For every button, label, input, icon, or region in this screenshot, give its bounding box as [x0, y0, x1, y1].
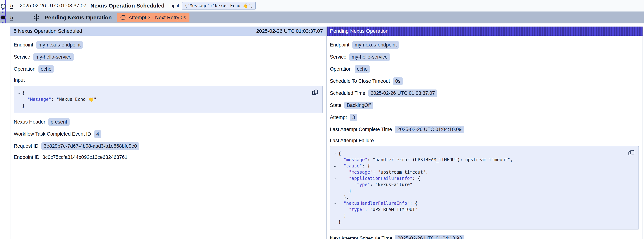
scheduled-panel-header: 5 Nexus Operation Scheduled 2025-02-26 U… [10, 26, 326, 36]
retry-badge-label: Attempt 3 · Next Retry 0s [128, 15, 186, 20]
failure-json-block: { "message": "handler error (UPSTREAM_TI… [330, 146, 639, 230]
input-section-label: Input [14, 78, 322, 83]
field-value-chip: 0s [393, 78, 403, 85]
code-line: "Message": "Nexus Echo 👋" [15, 96, 309, 102]
field-label: Endpoint [330, 42, 350, 48]
field-label: Last Attempt Complete Time [330, 127, 392, 132]
field-value-chip: my-nexus-endpoint [36, 41, 83, 49]
detail-row: Last Attempt Complete Time2025-02-26 UTC… [330, 126, 639, 133]
code-line: { [15, 90, 309, 96]
code-line-text: "cause": { [338, 163, 370, 169]
scheduled-fields-top: Endpointmy-nexus-endpointServicemy-hello… [14, 41, 322, 73]
detail-panels: 5 Nexus Operation Scheduled 2025-02-26 U… [10, 26, 643, 239]
pending-id-link[interactable]: 5 [10, 15, 13, 20]
event-input-label: Input [169, 3, 179, 8]
field-value-chip: echo [38, 65, 54, 73]
event-timestamp: 2025-02-26 UTC 01:03:37.07 [20, 3, 86, 8]
field-label: Workflow Task Completed Event ID [14, 131, 91, 137]
event-row-pending[interactable]: 5 Pending Nexus Operation Attempt 3 · Ne… [0, 12, 644, 24]
detail-row: Servicemy-hello-service [330, 53, 639, 61]
pending-panel-header: Pending Nexus Operation [326, 26, 642, 36]
copy-icon[interactable] [628, 149, 635, 156]
field-value-chip: present [48, 118, 70, 126]
detail-row: Workflow Task Completed Event ID4 [14, 130, 322, 138]
field-label: Service [14, 54, 30, 60]
detail-row: StateBackingOff [330, 102, 639, 109]
field-value-chip: 2025-02-26 UTC 01:04:10.09 [395, 126, 464, 133]
field-value-link[interactable]: 3c0c75ccfa8144b092c13ce632463761 [42, 154, 128, 160]
detail-row: Endpointmy-nexus-endpoint [14, 41, 322, 49]
field-value-chip: my-hello-service [349, 53, 390, 61]
code-line-text: "nexusHandlerFailureInfo": { [338, 200, 418, 206]
code-line-text: { [338, 150, 341, 157]
code-line-text: "message": "upstream timeout", [338, 169, 428, 175]
detail-row: Request ID3e829b7e-7d67-4b08-aad3-b1e868… [14, 142, 322, 150]
code-line: } [331, 213, 626, 219]
timeline-line [5, 0, 6, 24]
code-gutter [331, 169, 338, 175]
detail-row: Nexus Headerpresent [14, 118, 322, 126]
code-line: }, [331, 194, 626, 200]
collapse-chevron-icon[interactable] [15, 90, 22, 96]
copy-icon[interactable] [312, 89, 318, 96]
field-label: Attempt [330, 114, 347, 120]
field-value-chip: 3e829b7e-7d67-4b08-aad3-b1e868bfe9e0 [41, 142, 139, 150]
code-line: { [331, 150, 626, 157]
code-line-text: } [338, 213, 346, 219]
collapse-chevron-icon[interactable] [331, 150, 338, 157]
code-line: "applicationFailureInfo": { [331, 175, 626, 182]
field-value-chip: 2025-02-26 UTC 01:03:37.07 [368, 90, 437, 97]
field-value-chip: echo [354, 65, 370, 73]
code-line: } [331, 219, 626, 225]
code-gutter [331, 213, 338, 219]
code-line-text: { [22, 90, 25, 96]
field-label: Service [330, 54, 346, 60]
code-line-text: "Message": "Nexus Echo 👋" [22, 96, 96, 102]
panel-scheduled-event: 5 Nexus Operation Scheduled 2025-02-26 U… [10, 26, 326, 239]
field-label: Next Attempt Schedule Time [330, 236, 392, 239]
collapse-chevron-icon[interactable] [331, 163, 338, 169]
field-label: Endpoint [14, 42, 33, 48]
code-line-text: } [338, 188, 352, 194]
code-gutter [331, 219, 338, 225]
code-gutter [331, 194, 338, 200]
code-line-text: } [338, 219, 341, 225]
field-label: Nexus Header [14, 119, 46, 125]
timeline-node-current-icon [1, 16, 5, 20]
scheduled-fields-bottom: Nexus HeaderpresentWorkflow Task Complet… [14, 118, 322, 160]
detail-row: Servicemy-hello-service [14, 53, 322, 61]
retry-icon [120, 15, 126, 20]
pending-panel-title: Pending Nexus Operation [330, 28, 389, 34]
detail-row: Operationecho [330, 65, 639, 73]
collapse-chevron-icon[interactable] [331, 200, 338, 206]
scheduled-panel-timestamp: 2025-02-26 UTC 01:03:37.07 [256, 28, 323, 34]
code-gutter [331, 206, 338, 213]
input-json-block: { "Message": "Nexus Echo 👋"} [14, 86, 322, 113]
code-line: } [15, 102, 309, 109]
code-line-text: "type": "NexusFailure" [338, 182, 412, 188]
field-label: Endpoint ID [14, 154, 40, 160]
code-gutter [15, 102, 22, 109]
field-label: Scheduled Time [330, 90, 366, 96]
detail-row: Attempt3 [330, 114, 639, 121]
code-gutter [331, 157, 338, 163]
detail-row: Scheduled Time2025-02-26 UTC 01:03:37.07 [330, 90, 639, 97]
code-gutter [331, 182, 338, 188]
event-row-scheduled[interactable]: 5 2025-02-26 UTC 01:03:37.07 Nexus Opera… [0, 0, 644, 12]
code-line: } [331, 188, 626, 194]
field-label: Operation [14, 66, 36, 72]
code-line-text: "type": "UPSTREAM_TIMEOUT" [338, 206, 418, 213]
collapse-chevron-icon[interactable] [331, 175, 338, 182]
scheduled-panel-title: 5 Nexus Operation Scheduled [14, 28, 82, 34]
field-label: Operation [330, 66, 352, 72]
field-label: Schedule To Close Timeout [330, 78, 390, 84]
detail-row: Operationecho [14, 65, 322, 73]
asterisk-icon [32, 14, 40, 22]
event-id-link[interactable]: 5 [10, 3, 13, 8]
pending-fields-bottom: Next Attempt Schedule Time2025-02-26 UTC… [330, 234, 639, 239]
code-line-text: }, [338, 194, 349, 200]
retry-badge: Attempt 3 · Next Retry 0s [117, 13, 189, 22]
code-line-text: "message": "handler error (UPSTREAM_TIME… [338, 157, 513, 163]
event-input-chip: {"Message":"Nexus Echo 👋"} [182, 2, 256, 10]
detail-row: Schedule To Close Timeout0s [330, 78, 639, 85]
